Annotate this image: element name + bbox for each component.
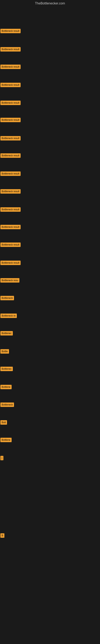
bottleneck-badge: Bottleneck result xyxy=(0,260,21,265)
bottleneck-item[interactable]: Bottleneck re xyxy=(0,314,17,318)
bottleneck-item[interactable]: Bott xyxy=(0,420,7,425)
bottleneck-badge: Bottlenec xyxy=(0,367,13,371)
bottleneck-item[interactable]: Bottleneck result xyxy=(0,207,21,212)
bottleneck-badge: | xyxy=(0,456,3,460)
bottleneck-item[interactable]: Bottleneck result xyxy=(0,83,21,87)
bottleneck-badge: Bottleneck result xyxy=(0,47,21,52)
bottleneck-badge: Bottleneck result xyxy=(0,100,21,105)
bottleneck-item[interactable]: Bottleneck resu xyxy=(0,278,19,282)
bottleneck-badge: Bottlene xyxy=(0,438,12,442)
site-title: TheBottlenecker.com xyxy=(0,0,100,7)
bottleneck-badge: Bottlenec xyxy=(0,331,13,336)
bottleneck-item[interactable]: Bottleneck result xyxy=(0,118,21,122)
bottleneck-badge: Bott xyxy=(0,420,7,425)
bottleneck-item[interactable]: Bottleneck xyxy=(0,402,14,407)
bottleneck-item[interactable]: Bottleneck result xyxy=(0,172,21,176)
bottleneck-item[interactable]: Bottleneck result xyxy=(0,64,21,69)
bottleneck-item[interactable]: | xyxy=(0,456,3,460)
bottleneck-badge: Bottleneck xyxy=(0,296,14,300)
bottleneck-badge: Bottleneck result xyxy=(0,136,21,140)
bottleneck-badge: Bottleneck result xyxy=(0,225,21,229)
bottleneck-badge: Bottleneck xyxy=(0,402,14,407)
bottleneck-badge: B xyxy=(0,533,4,538)
bottleneck-item[interactable]: Bottleneck xyxy=(0,296,14,300)
bottleneck-item[interactable]: Bottleneck result xyxy=(0,47,21,52)
bottleneck-item[interactable]: Bottlenec xyxy=(0,367,13,371)
bottleneck-badge: Bottleneck result xyxy=(0,64,21,69)
bottleneck-item[interactable]: Bottleneck result xyxy=(0,225,21,229)
bottleneck-item[interactable]: Bottlene xyxy=(0,385,12,389)
bottleneck-badge: Bottleneck result xyxy=(0,118,21,122)
bottleneck-badge: Bottleneck result xyxy=(0,83,21,87)
bottleneck-item[interactable]: Bottle xyxy=(0,349,9,354)
bottleneck-badge: Bottleneck result xyxy=(0,242,21,247)
bottleneck-badge: Bottleneck result xyxy=(0,153,21,158)
bottleneck-badge: Bottleneck result xyxy=(0,189,21,194)
bottleneck-item[interactable]: B xyxy=(0,533,4,538)
bottleneck-badge: Bottleneck result xyxy=(0,29,21,33)
bottleneck-item[interactable]: Bottleneck result xyxy=(0,260,21,265)
bottleneck-badge: Bottleneck result xyxy=(0,172,21,176)
bottleneck-badge: Bottleneck resu xyxy=(0,278,19,282)
bottleneck-item[interactable]: Bottlene xyxy=(0,438,12,442)
bottleneck-badge: Bottlene xyxy=(0,385,12,389)
bottleneck-item[interactable]: Bottleneck result xyxy=(0,136,21,140)
bottleneck-item[interactable]: Bottleneck result xyxy=(0,29,21,33)
bottleneck-badge: Bottleneck result xyxy=(0,207,21,212)
bottleneck-item[interactable]: Bottleneck result xyxy=(0,242,21,247)
bottleneck-item[interactable]: Bottleneck result xyxy=(0,100,21,105)
bottleneck-item[interactable]: Bottleneck result xyxy=(0,189,21,194)
bottleneck-item[interactable]: Bottlenec xyxy=(0,331,13,336)
bottleneck-badge: Bottleneck re xyxy=(0,314,17,318)
bottleneck-item[interactable]: Bottleneck result xyxy=(0,153,21,158)
bottleneck-badge: Bottle xyxy=(0,349,9,354)
